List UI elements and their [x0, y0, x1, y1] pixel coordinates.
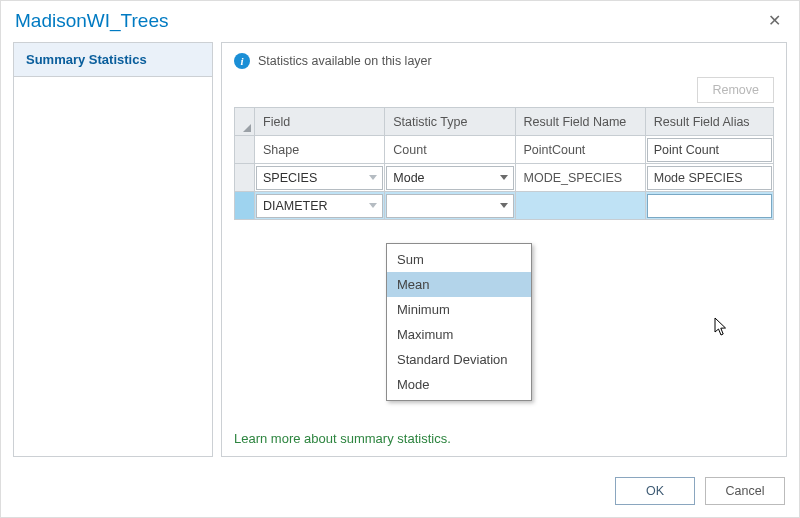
info-text: Statistics available on this layer	[258, 54, 432, 68]
statistics-grid: Field Statistic Type Result Field Name R…	[234, 107, 774, 220]
result-field-name-cell	[516, 192, 645, 219]
sidebar: Summary Statistics	[13, 42, 213, 457]
row-header[interactable]	[235, 136, 255, 164]
remove-button[interactable]: Remove	[697, 77, 774, 103]
learn-more-link[interactable]: Learn more about summary statistics.	[234, 431, 451, 446]
result-field-alias-input[interactable]: Point Count	[647, 138, 772, 162]
grid-row: ShapeCountPointCountPoint Count	[235, 136, 774, 164]
cursor-pointer-icon	[714, 317, 730, 337]
statistic-type-cell: Count	[385, 136, 514, 163]
field-combo-value: DIAMETER	[263, 199, 328, 213]
col-header-result-field-alias[interactable]: Result Field Alias	[645, 108, 773, 136]
svg-marker-2	[369, 203, 377, 208]
dialog-title: MadisonWI_Trees	[15, 10, 168, 32]
chevron-down-icon	[499, 173, 509, 183]
chevron-down-icon	[499, 201, 509, 211]
grid-header: Field Statistic Type Result Field Name R…	[235, 108, 774, 136]
dropdown-option[interactable]: Mean	[387, 272, 531, 297]
result-field-name-cell: PointCount	[516, 136, 645, 163]
svg-marker-0	[369, 175, 377, 180]
info-icon: i	[234, 53, 250, 69]
statistic-type-dropdown[interactable]: SumMeanMinimumMaximumStandard DeviationM…	[386, 243, 532, 401]
close-button[interactable]: ✕	[762, 9, 787, 32]
row-header[interactable]	[235, 192, 255, 220]
corner-cell[interactable]	[235, 108, 255, 136]
col-header-statistic-type[interactable]: Statistic Type	[385, 108, 515, 136]
main-panel: i Statistics available on this layer Rem…	[221, 42, 787, 457]
dropdown-option[interactable]: Sum	[387, 247, 531, 272]
field-combo[interactable]: SPECIES	[256, 166, 383, 190]
result-field-alias-input[interactable]	[647, 194, 772, 218]
statistic-type-combo-value: Mode	[393, 171, 424, 185]
dropdown-option[interactable]: Mode	[387, 372, 531, 397]
statistic-type-combo[interactable]	[386, 194, 513, 218]
chevron-down-icon	[368, 173, 378, 183]
field-cell: Shape	[255, 136, 384, 163]
ok-button[interactable]: OK	[615, 477, 695, 505]
field-combo-value: SPECIES	[263, 171, 317, 185]
dropdown-option[interactable]: Minimum	[387, 297, 531, 322]
sidebar-item-summary-statistics[interactable]: Summary Statistics	[14, 43, 212, 77]
dropdown-option[interactable]: Maximum	[387, 322, 531, 347]
row-header[interactable]	[235, 164, 255, 192]
grid-row: SPECIESModeMODE_SPECIESMode SPECIES	[235, 164, 774, 192]
chevron-down-icon	[368, 201, 378, 211]
statistic-type-combo[interactable]: Mode	[386, 166, 513, 190]
svg-marker-1	[500, 175, 508, 180]
grid-row: DIAMETER	[235, 192, 774, 220]
dropdown-option[interactable]: Standard Deviation	[387, 347, 531, 372]
col-header-result-field-name[interactable]: Result Field Name	[515, 108, 645, 136]
result-field-alias-input[interactable]: Mode SPECIES	[647, 166, 772, 190]
field-combo[interactable]: DIAMETER	[256, 194, 383, 218]
col-header-field[interactable]: Field	[255, 108, 385, 136]
result-field-name-cell: MODE_SPECIES	[516, 164, 645, 191]
cancel-button[interactable]: Cancel	[705, 477, 785, 505]
svg-marker-3	[500, 203, 508, 208]
